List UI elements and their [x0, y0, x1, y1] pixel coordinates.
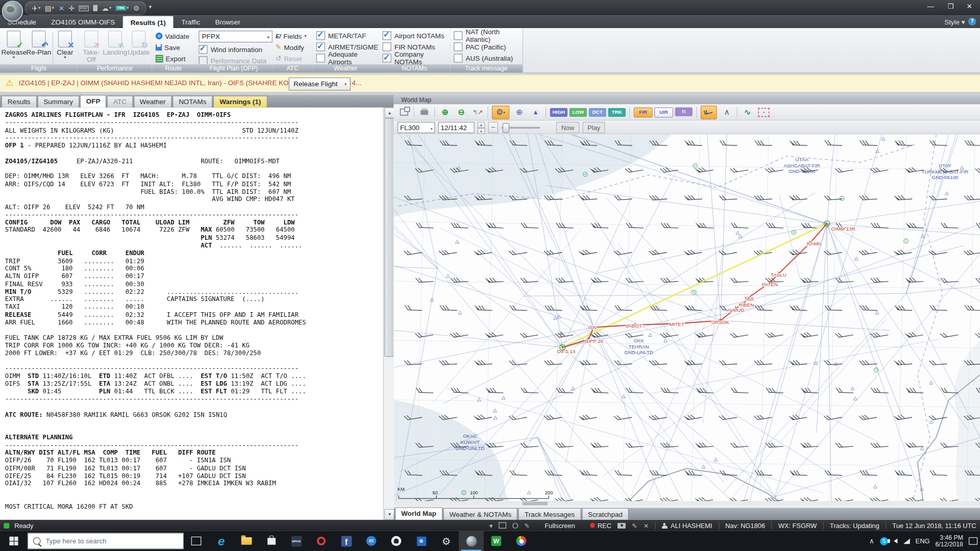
maximize-button[interactable]: ❒ — [941, 0, 960, 12]
tracks-status[interactable]: Tracks: Updating — [830, 521, 879, 529]
capture-pencil-icon[interactable]: ✎ — [525, 522, 530, 529]
checkbox-box[interactable] — [199, 56, 207, 65]
taskbar-app-pfpx-icon[interactable] — [459, 531, 484, 551]
sigmet-layer-icon[interactable]: ∿ — [741, 106, 753, 118]
release-flight-button[interactable]: Release Flight — [289, 78, 342, 91]
pane-tab-notams[interactable]: NOTAMs — [173, 95, 213, 107]
map-tab-scratchpad[interactable]: Scratchpad — [581, 508, 629, 520]
checkbox-box[interactable] — [454, 31, 462, 40]
validate-button[interactable]: e Validate — [156, 31, 189, 41]
atc-fields-button[interactable]: E/ Fields▾ — [276, 31, 306, 41]
checkbox-wind-information[interactable]: Wind information — [199, 44, 262, 55]
taskbar-app-task-view-icon[interactable] — [184, 531, 209, 551]
language-indicator[interactable]: ENG — [916, 537, 930, 545]
checkbox-box[interactable] — [316, 31, 325, 40]
layer-badge-trk[interactable]: TRK — [608, 108, 625, 116]
style-menu[interactable]: Style ▾ — [944, 16, 965, 28]
skype-tray-icon[interactable]: S — [880, 537, 888, 545]
trk-icon[interactable]: TRK▾ — [116, 6, 129, 11]
tools-icon[interactable]: ✕ — [59, 4, 64, 12]
help-icon[interactable]: ? — [968, 17, 976, 26]
boundary-badge-[interactable]: Π — [675, 107, 692, 116]
checkbox-box[interactable] — [382, 31, 391, 40]
ed2-grid-icon[interactable]: ED2 — [79, 5, 88, 11]
map-tab-weather-notams[interactable]: Weather & NOTAMs — [443, 508, 518, 520]
close-button[interactable]: ✕ — [960, 0, 979, 12]
pane-tab-atc[interactable]: ATC — [107, 95, 133, 107]
play-button[interactable]: Play — [582, 121, 605, 133]
checkbox-pac-pacific[interactable]: PAC (Pacific) — [454, 42, 506, 52]
world-map-canvas[interactable]: OIMM 13RRAMILTASLUPATENTBSRIBENALMUDORSO… — [394, 134, 980, 506]
map-tab-world-map[interactable]: World Map — [395, 507, 443, 519]
show-route-icon[interactable]: ↰↗ — [471, 106, 483, 118]
checkbox-company-notams[interactable]: Company NOTAMs — [382, 53, 450, 63]
wind-layer-icon[interactable] — [701, 105, 717, 119]
checkbox-box[interactable] — [316, 42, 325, 51]
print-icon[interactable] — [418, 106, 430, 118]
minimize-button[interactable]: — — [921, 0, 940, 12]
performance-icon[interactable]: ✛ — [69, 4, 75, 12]
fullscreen-label[interactable]: Fullscreen — [545, 521, 575, 529]
map-settings-icon[interactable]: ⚙▾ — [492, 105, 509, 119]
time-step-back-button[interactable]: – — [488, 121, 498, 133]
taskbar-app-store-icon[interactable] — [259, 531, 284, 551]
release-flight-caret[interactable]: ▾ — [341, 78, 351, 91]
takeoff-button[interactable]: ✈ Take-Off — [79, 30, 104, 63]
ofp-scrollbar[interactable]: ▲ ▼ — [383, 108, 395, 520]
boundary-badge-fir[interactable]: FIR — [634, 107, 653, 117]
update-button[interactable]: ↻ Update — [126, 30, 151, 56]
center-aircraft-icon[interactable]: ⊕ — [513, 106, 525, 118]
weather-icon[interactable]: ☁▾ — [102, 4, 111, 12]
pane-tab-results[interactable]: Results — [1, 95, 36, 107]
time-spinner[interactable]: ▲▼ — [478, 121, 485, 133]
zoom-in-icon[interactable]: ⊕ — [439, 106, 451, 118]
checkbox-box[interactable] — [316, 54, 325, 62]
taskbar-app-chrome-icon[interactable] — [509, 531, 534, 551]
app-tab-traffic[interactable]: Traffic — [174, 16, 208, 28]
taskbar-app-facebook-icon[interactable]: f — [334, 531, 359, 551]
layer-badge-high[interactable]: HIGH — [550, 108, 568, 116]
checkbox-box[interactable] — [199, 45, 207, 54]
map-time-field[interactable]: 12/11:42 — [438, 121, 474, 133]
start-button[interactable] — [0, 531, 28, 551]
checkbox-metar-taf[interactable]: METAR/TAF — [316, 31, 366, 41]
taskbar-app-settings-icon[interactable]: ⚙ — [434, 531, 459, 551]
boundary-badge-uir[interactable]: UIR — [654, 107, 673, 117]
pressure-layer-icon[interactable]: ∧ — [721, 106, 733, 118]
clear-button[interactable]: ✕ Clear▾ — [53, 30, 78, 60]
release-button[interactable]: ✓ Release▾ — [1, 30, 26, 60]
flight-icon[interactable]: ✈▾ — [32, 4, 40, 12]
nav-data-status[interactable]: Nav: NG1806 — [725, 521, 765, 529]
camera-icon[interactable] — [618, 522, 626, 528]
capture-window-icon[interactable] — [499, 522, 506, 529]
rec-label[interactable]: REC — [598, 521, 611, 529]
checkbox-box[interactable] — [454, 54, 462, 62]
pane-tab-warnings-1[interactable]: Warnings (1) — [213, 95, 267, 107]
stop-capture-icon[interactable]: ✕ — [644, 522, 649, 529]
annotate-pencil-icon[interactable]: ✎ — [632, 522, 637, 529]
atc-reset-button[interactable]: ↺ Reset — [276, 53, 302, 64]
volume-icon[interactable] — [894, 539, 897, 544]
taskbar-app-github-icon[interactable] — [384, 531, 409, 551]
tray-expand-icon[interactable]: ∧ — [869, 537, 874, 545]
replan-button[interactable]: ↶ Re-Plan — [26, 30, 51, 56]
qat-customize-icon[interactable]: ▾ — [149, 4, 152, 10]
zoom-out-icon[interactable]: ⊖ — [455, 106, 467, 118]
app-tab-zo4105-oimm-oifs[interactable]: ZO4105 OIMM-OIFS — [44, 16, 122, 28]
pane-tab-ofp[interactable]: OFP — [80, 95, 106, 107]
app-tab-results-1[interactable]: Results (1) — [122, 16, 174, 29]
taskbar-search-input[interactable]: Type here to search — [28, 533, 184, 549]
layer-badge-low[interactable]: LOW — [570, 108, 587, 116]
fuel-icon[interactable] — [93, 5, 97, 11]
landing-button[interactable]: ✈ Landing — [103, 30, 128, 56]
capture-search-icon[interactable] — [512, 522, 518, 528]
atc-modify-button[interactable]: ✎ Modify — [276, 42, 304, 53]
app-logo-globe-icon[interactable] — [2, 1, 23, 22]
checkbox-nat-north-atlantic[interactable]: NAT (North Atlantic) — [454, 31, 523, 41]
pane-tab-summary[interactable]: Summary — [37, 95, 79, 107]
checkbox-box[interactable] — [454, 42, 462, 51]
aircraft-symbol-icon[interactable]: ▲ — [529, 106, 542, 118]
app-tab-browser[interactable]: Browser — [208, 16, 248, 28]
ofp-document[interactable]: ZAGROS AIRLINES FLIGHTPLAN - IFR IZG4105… — [0, 108, 382, 520]
checkbox-airport-notams[interactable]: Airport NOTAMs — [382, 31, 444, 41]
